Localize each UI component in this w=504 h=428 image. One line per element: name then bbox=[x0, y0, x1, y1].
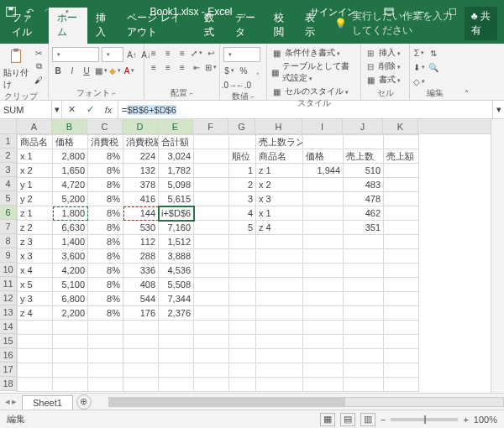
comma-icon[interactable]: , bbox=[252, 65, 264, 76]
cell[interactable]: 価格 bbox=[303, 149, 344, 164]
row-header[interactable]: 8 bbox=[0, 234, 16, 248]
cell[interactable]: 3,600 bbox=[53, 249, 88, 264]
delete-cells-icon[interactable]: ⊟ bbox=[365, 60, 376, 72]
cell[interactable] bbox=[123, 321, 159, 335]
cell[interactable] bbox=[344, 335, 384, 349]
collapse-ribbon-icon[interactable]: ˄ bbox=[460, 44, 472, 100]
cell[interactable]: 530 bbox=[123, 221, 159, 235]
cell[interactable] bbox=[256, 264, 303, 278]
cell[interactable]: x 4 bbox=[18, 264, 53, 278]
cell[interactable] bbox=[18, 363, 53, 378]
qat-customize-icon[interactable] bbox=[60, 6, 72, 18]
cell[interactable]: 2 bbox=[229, 178, 256, 192]
cell[interactable] bbox=[123, 378, 159, 392]
cell[interactable] bbox=[303, 292, 344, 306]
cell[interactable]: 1,782 bbox=[159, 164, 194, 178]
cell[interactable]: 2,200 bbox=[53, 306, 88, 321]
cell[interactable]: 1,512 bbox=[159, 235, 194, 249]
cell[interactable] bbox=[303, 235, 344, 249]
cell[interactable] bbox=[194, 335, 229, 349]
cell[interactable] bbox=[344, 306, 384, 321]
cell[interactable] bbox=[53, 378, 88, 392]
cell[interactable]: 売上数ランキング bbox=[256, 135, 303, 149]
table-format-icon[interactable]: ▦ bbox=[270, 66, 280, 78]
cell[interactable] bbox=[384, 306, 419, 321]
borders-icon[interactable]: ▦ bbox=[95, 65, 107, 76]
cell[interactable] bbox=[194, 249, 229, 264]
add-sheet-icon[interactable]: ⊕ bbox=[76, 394, 92, 410]
cell[interactable] bbox=[88, 349, 123, 363]
percent-icon[interactable]: % bbox=[238, 65, 249, 76]
cell[interactable] bbox=[229, 235, 256, 249]
cell[interactable]: 3 bbox=[229, 192, 256, 206]
grow-font-icon[interactable]: A↑ bbox=[126, 49, 138, 60]
cell[interactable]: 8% bbox=[88, 264, 123, 278]
cell[interactable] bbox=[344, 321, 384, 335]
row-header[interactable]: 4 bbox=[0, 177, 16, 191]
cell[interactable]: 商品名 bbox=[18, 135, 53, 149]
cell[interactable]: 5,508 bbox=[159, 278, 194, 292]
format-painter-icon[interactable]: 🖌 bbox=[33, 74, 45, 86]
horizontal-scrollbar[interactable] bbox=[108, 397, 504, 407]
cell[interactable]: 8% bbox=[88, 235, 123, 249]
cell[interactable]: 8% bbox=[88, 249, 123, 264]
cell[interactable]: 5,098 bbox=[159, 178, 194, 192]
cut-icon[interactable]: ✂ bbox=[33, 47, 45, 59]
italic-icon[interactable]: I bbox=[66, 65, 78, 76]
cell[interactable] bbox=[256, 306, 303, 321]
tell-me-input[interactable]: 実行したい作業を入力してください bbox=[352, 9, 459, 38]
row-header[interactable]: 14 bbox=[0, 320, 16, 334]
cell[interactable]: 5,100 bbox=[53, 278, 88, 292]
cell[interactable]: y 2 bbox=[18, 192, 53, 206]
cell[interactable] bbox=[53, 321, 88, 335]
cell[interactable] bbox=[229, 349, 256, 363]
cell[interactable] bbox=[123, 335, 159, 349]
cell[interactable]: 416 bbox=[123, 192, 159, 206]
cell[interactable]: 5 bbox=[229, 221, 256, 235]
cell[interactable] bbox=[229, 321, 256, 335]
orientation-icon[interactable]: ⤢ bbox=[191, 47, 202, 59]
cell[interactable] bbox=[384, 164, 419, 178]
cell[interactable] bbox=[159, 335, 194, 349]
cell[interactable]: 6,630 bbox=[53, 221, 88, 235]
row-header[interactable]: 12 bbox=[0, 291, 16, 305]
cell[interactable] bbox=[18, 321, 53, 335]
cell[interactable] bbox=[194, 192, 229, 206]
cell[interactable]: 消費税 bbox=[88, 135, 123, 149]
cell[interactable] bbox=[18, 335, 53, 349]
column-header[interactable]: D bbox=[123, 119, 158, 133]
cell-styles-icon[interactable]: ▦ bbox=[270, 86, 282, 97]
select-all-corner[interactable] bbox=[0, 119, 17, 134]
cell[interactable] bbox=[303, 306, 344, 321]
cell[interactable] bbox=[256, 278, 303, 292]
cell[interactable]: 1,944 bbox=[303, 164, 344, 178]
name-box[interactable]: SUM bbox=[0, 101, 52, 118]
sheet-nav-last-icon[interactable]: ▸ bbox=[12, 396, 17, 407]
cell[interactable]: 8% bbox=[88, 192, 123, 206]
cell[interactable] bbox=[18, 378, 53, 392]
cell[interactable]: y 3 bbox=[18, 292, 53, 306]
share-button[interactable]: ♣ 共有 bbox=[465, 7, 497, 40]
cell[interactable] bbox=[229, 249, 256, 264]
cell[interactable]: 5,200 bbox=[53, 192, 88, 206]
merge-icon[interactable]: ⊞ bbox=[205, 61, 217, 73]
cell[interactable] bbox=[344, 235, 384, 249]
bold-icon[interactable]: B bbox=[52, 65, 64, 76]
column-header[interactable]: H bbox=[255, 119, 302, 133]
fill-color-icon[interactable]: ◆ bbox=[109, 65, 121, 76]
cell[interactable] bbox=[303, 264, 344, 278]
spreadsheet-grid[interactable]: 123456789101112131415161718 ABCDEFGHIJK … bbox=[0, 119, 504, 393]
cell[interactable]: z 1 bbox=[256, 164, 303, 178]
align-top-icon[interactable]: ≡ bbox=[148, 47, 160, 59]
cell[interactable]: 224 bbox=[123, 149, 159, 164]
cell[interactable] bbox=[194, 221, 229, 235]
cell[interactable] bbox=[303, 178, 344, 192]
cell[interactable] bbox=[194, 292, 229, 306]
column-header[interactable]: K bbox=[383, 119, 418, 133]
formula-expand-icon[interactable]: ▾ bbox=[492, 101, 504, 118]
row-header[interactable]: 10 bbox=[0, 263, 16, 277]
cell[interactable]: 1,800 bbox=[53, 206, 88, 221]
redo-icon[interactable]: ↷ bbox=[42, 6, 54, 18]
row-header[interactable]: 15 bbox=[0, 334, 16, 348]
cell[interactable] bbox=[194, 264, 229, 278]
